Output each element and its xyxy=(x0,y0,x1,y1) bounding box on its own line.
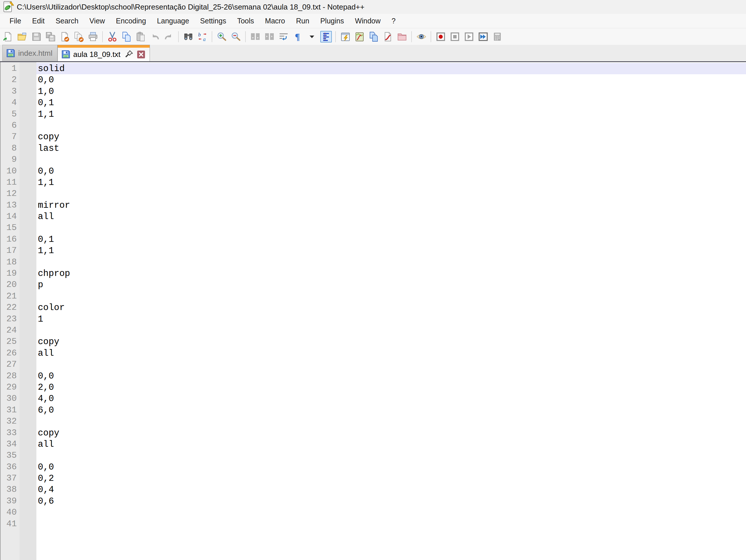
code-line[interactable]: all xyxy=(36,211,746,222)
pin-tab-icon[interactable] xyxy=(124,50,133,59)
line-number[interactable]: 33 xyxy=(1,427,20,439)
fold-margin[interactable] xyxy=(20,62,36,560)
print-button[interactable] xyxy=(87,31,99,43)
line-number[interactable]: 12 xyxy=(1,188,20,199)
line-number[interactable]: 27 xyxy=(1,359,20,370)
code-line[interactable]: 0,0 xyxy=(36,74,746,86)
line-number[interactable]: 37 xyxy=(1,473,20,484)
code-line[interactable]: 0,4 xyxy=(36,484,746,495)
line-number[interactable]: 25 xyxy=(1,336,20,347)
function-list-button[interactable] xyxy=(340,31,351,43)
find-button[interactable] xyxy=(182,31,194,43)
code-line[interactable]: 0,2 xyxy=(36,473,746,484)
code-line[interactable]: 2,0 xyxy=(36,382,746,393)
monitoring-eye-button[interactable] xyxy=(415,31,427,43)
code-line[interactable]: 1,1 xyxy=(36,109,746,120)
line-number[interactable]: 17 xyxy=(1,245,20,256)
menu-item-language[interactable]: Language xyxy=(152,14,195,28)
line-number[interactable]: 39 xyxy=(1,496,20,507)
record-macro-button[interactable] xyxy=(435,31,447,43)
code-line[interactable] xyxy=(36,507,746,518)
indent-guide-button[interactable] xyxy=(320,31,332,43)
line-number-gutter[interactable]: 1234567891011121314151617181920212223242… xyxy=(1,62,20,560)
line-number[interactable]: 5 xyxy=(1,109,20,120)
line-number[interactable]: 32 xyxy=(1,416,20,427)
code-line[interactable]: last xyxy=(36,143,746,154)
menu-item-macro[interactable]: Macro xyxy=(260,14,291,28)
line-number[interactable]: 35 xyxy=(1,450,20,461)
zoom-out-button[interactable] xyxy=(230,31,242,43)
line-number[interactable]: 21 xyxy=(1,291,20,302)
code-line[interactable]: 0,6 xyxy=(36,496,746,507)
folder-as-workspace-button[interactable] xyxy=(396,31,408,43)
sync-horizontal-scrolling-button[interactable] xyxy=(264,31,275,43)
line-number[interactable]: 15 xyxy=(1,222,20,233)
line-number[interactable]: 23 xyxy=(1,313,20,325)
line-number[interactable]: 18 xyxy=(1,257,20,268)
code-line[interactable]: 0,1 xyxy=(36,234,746,245)
line-number[interactable]: 7 xyxy=(1,131,20,142)
line-number[interactable]: 41 xyxy=(1,519,20,530)
word-wrap-button[interactable] xyxy=(278,31,289,43)
document-map-button[interactable] xyxy=(354,31,365,43)
line-number[interactable]: 9 xyxy=(1,154,20,165)
show-all-characters-dropdown-button[interactable] xyxy=(306,31,318,43)
code-line[interactable]: copy xyxy=(36,131,746,142)
line-number[interactable]: 14 xyxy=(1,211,20,222)
tab-index-html[interactable]: index.html xyxy=(2,45,57,61)
code-line[interactable]: solid xyxy=(36,63,746,74)
code-line[interactable]: color xyxy=(36,302,746,313)
replace-button[interactable]: ba xyxy=(197,31,208,43)
line-number[interactable]: 8 xyxy=(1,143,20,154)
close-file-button[interactable] xyxy=(59,31,70,43)
code-line[interactable] xyxy=(36,188,746,199)
menu-item-edit[interactable]: Edit xyxy=(27,14,50,28)
line-number[interactable]: 20 xyxy=(1,279,20,290)
code-line[interactable]: 0,0 xyxy=(36,370,746,382)
line-number[interactable]: 13 xyxy=(1,200,20,211)
document-list-button[interactable] xyxy=(368,31,379,43)
cut-button[interactable] xyxy=(107,31,118,43)
line-number[interactable]: 10 xyxy=(1,166,20,177)
code-line[interactable]: 1 xyxy=(36,313,746,325)
show-all-characters-button[interactable]: ¶ xyxy=(292,31,304,43)
menu-item-search[interactable]: Search xyxy=(50,14,84,28)
code-line[interactable]: all xyxy=(36,347,746,359)
code-line[interactable]: mirror xyxy=(36,200,746,211)
copy-button[interactable] xyxy=(121,31,132,43)
line-number[interactable]: 1 xyxy=(1,63,20,74)
code-line[interactable]: 4,0 xyxy=(36,393,746,404)
code-line[interactable] xyxy=(36,416,746,427)
menu-item-view[interactable]: View xyxy=(84,14,111,28)
line-number[interactable]: 19 xyxy=(1,268,20,279)
line-number[interactable]: 11 xyxy=(1,177,20,188)
code-line[interactable]: 1,0 xyxy=(36,86,746,97)
close-all-button[interactable] xyxy=(73,31,85,43)
code-line[interactable] xyxy=(36,154,746,165)
code-line[interactable]: 6,0 xyxy=(36,404,746,416)
code-line[interactable] xyxy=(36,257,746,268)
line-number[interactable]: 24 xyxy=(1,325,20,336)
menu-item-run[interactable]: Run xyxy=(291,14,315,28)
menu-item-tools[interactable]: Tools xyxy=(232,14,259,28)
code-line[interactable]: p xyxy=(36,279,746,290)
code-line[interactable]: 0,0 xyxy=(36,166,746,177)
menu-item-encoding[interactable]: Encoding xyxy=(110,14,151,28)
menu-item-file[interactable]: File xyxy=(4,14,27,28)
code-line[interactable]: chprop xyxy=(36,268,746,279)
line-number[interactable]: 28 xyxy=(1,370,20,382)
tab-aula-18-09-txt[interactable]: aula 18_09.txt xyxy=(57,45,150,61)
menu-item-help[interactable]: ? xyxy=(386,14,401,28)
code-line[interactable] xyxy=(36,222,746,233)
new-file-button[interactable] xyxy=(2,31,14,43)
run-macro-multiple-button[interactable] xyxy=(478,31,489,43)
code-line[interactable]: 1,1 xyxy=(36,245,746,256)
line-number[interactable]: 3 xyxy=(1,86,20,97)
menu-item-plugins[interactable]: Plugins xyxy=(315,14,349,28)
line-number[interactable]: 29 xyxy=(1,382,20,393)
sync-vertical-scrolling-button[interactable] xyxy=(250,31,261,43)
code-line[interactable]: copy xyxy=(36,427,746,439)
code-line[interactable] xyxy=(36,291,746,302)
line-number[interactable]: 40 xyxy=(1,507,20,518)
code-line[interactable]: 1,1 xyxy=(36,177,746,188)
